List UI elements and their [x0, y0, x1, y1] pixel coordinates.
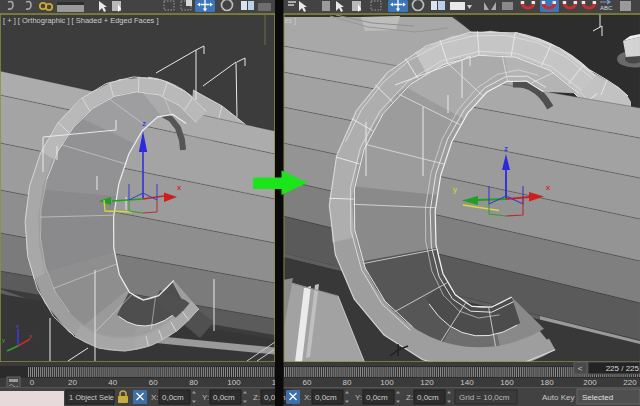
- svg-text:[ + ] [ Orthographic ] [ Shade: [ + ] [ Orthographic ] [ Shaded + Edged …: [3, 16, 159, 25]
- svg-text:Z:: Z:: [406, 393, 413, 402]
- svg-text:100: 100: [380, 378, 394, 387]
- svg-text:Auto Key: Auto Key: [542, 393, 574, 402]
- svg-text:60: 60: [149, 378, 158, 387]
- svg-text:X:: X:: [151, 393, 159, 402]
- svg-text:z: z: [504, 144, 508, 153]
- svg-text:z: z: [142, 119, 146, 128]
- svg-text:ABC: ABC: [600, 5, 613, 11]
- svg-text:y: y: [2, 337, 5, 343]
- svg-text:180: 180: [540, 378, 554, 387]
- svg-text:120: 120: [420, 378, 434, 387]
- svg-text:80: 80: [189, 378, 198, 387]
- svg-text:0,0cm: 0,0cm: [162, 393, 184, 402]
- svg-text:Grid = 10,0cm: Grid = 10,0cm: [459, 393, 510, 402]
- svg-text:40: 40: [108, 378, 117, 387]
- svg-text:0,0cm: 0,0cm: [315, 393, 337, 402]
- svg-text:x: x: [29, 333, 32, 339]
- svg-text:Z:: Z:: [253, 393, 260, 402]
- svg-text:0,0cm: 0,0cm: [417, 393, 439, 402]
- svg-text:20: 20: [68, 378, 77, 387]
- svg-text:<: <: [578, 364, 583, 373]
- svg-text:225 / 225: 225 / 225: [606, 364, 640, 373]
- svg-text:Y:: Y:: [202, 393, 209, 402]
- svg-text:0: 0: [30, 378, 35, 387]
- svg-text:y: y: [453, 185, 458, 194]
- svg-text:1 Object Sele: 1 Object Sele: [69, 393, 114, 402]
- svg-text:0,0cm: 0,0cm: [366, 393, 388, 402]
- svg-text:Selected: Selected: [582, 393, 613, 402]
- svg-text:z: z: [16, 323, 19, 329]
- svg-text:200: 200: [583, 378, 597, 387]
- svg-text:160: 160: [500, 378, 514, 387]
- svg-text:60: 60: [303, 378, 312, 387]
- svg-text:220: 220: [623, 378, 637, 387]
- svg-text:140: 140: [460, 378, 474, 387]
- svg-text:X:: X:: [304, 393, 312, 402]
- svg-text:es ]: es ]: [284, 16, 296, 25]
- svg-text:0,0cm: 0,0cm: [213, 393, 235, 402]
- svg-text:100: 100: [227, 378, 241, 387]
- svg-text:80: 80: [343, 378, 352, 387]
- svg-text:Y:: Y:: [355, 393, 362, 402]
- svg-text:x: x: [546, 183, 551, 192]
